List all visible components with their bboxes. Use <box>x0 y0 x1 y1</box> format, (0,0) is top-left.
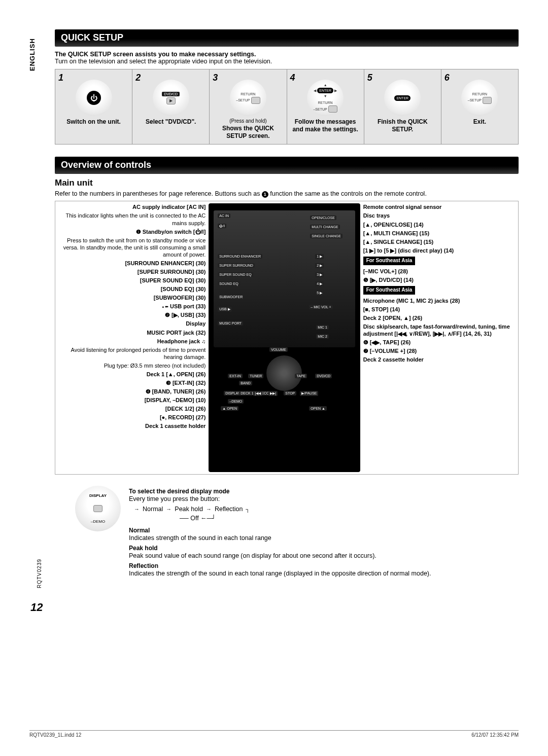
quick-setup-lead-bold: The QUICK SETUP screen assists you to ma… <box>55 51 519 58</box>
overview-desc: Refer to the numbers in parentheses for … <box>55 190 519 198</box>
mode-desc: Peak sound value of each sound range (on… <box>129 552 519 560</box>
unit-label: 3 ▶ <box>315 272 324 277</box>
callout-right: ❻ [◀▶, TAPE] (26) <box>363 339 516 346</box>
mode-name: Normal <box>129 527 519 534</box>
footer-right: 6/12/07 12:35:42 PM <box>471 732 519 738</box>
unit-label: SURROUND ENHANCER <box>218 254 262 259</box>
callout-left: Press to switch the unit from on to stan… <box>57 237 206 258</box>
unit-label: |◀◀ <box>253 391 262 396</box>
callout-left: Deck 1 cassette holder <box>57 422 206 429</box>
callout-left: Headphone jack ♫ <box>57 338 206 345</box>
unit-label: MULTI CHANGE <box>310 225 339 229</box>
unit-label: TUNER <box>248 374 263 378</box>
volume-knob-graphic <box>266 355 302 391</box>
display-mode-heading: To select the desired display mode <box>129 488 519 495</box>
callout-right: [▲, MULTI CHANGE] (15) <box>363 230 516 237</box>
unit-label: 1 ▶ <box>315 254 324 259</box>
callout-left: ❸ [EXT-IN] (32) <box>57 379 206 386</box>
callout-left: [SUPER SOUND EQ] (30) <box>57 277 206 284</box>
step-button-graphic: DVD/CD▶ <box>153 80 189 116</box>
callout-right: Disc trays <box>363 212 516 219</box>
callout-right: Disc skip/search, tape fast-forward/rewi… <box>363 323 516 337</box>
unit-label: ▶▶| <box>268 391 278 396</box>
mode-name: Peak hold <box>129 545 519 552</box>
unit-label: SINGLE CHANGE <box>310 234 342 238</box>
region-tag: For Southeast Asia <box>363 286 416 295</box>
step-button-graphic: ▲◀ENTER▶▼RETURN–SETUP <box>307 80 344 116</box>
callout-right: For Southeast Asia <box>363 256 516 266</box>
region-tag: For Southeast Asia <box>363 257 416 265</box>
quick-setup-step-3: 3RETURN–SETUP(Press and hold)Shows the Q… <box>210 69 287 144</box>
callout-right: [▲, SINGLE CHANGE] (15) <box>363 238 516 245</box>
mode-desc: Indicates the strength of the sound in e… <box>129 569 519 578</box>
step-button-graphic: ⏻ <box>76 80 112 116</box>
unit-label: 4 ▶ <box>315 281 324 286</box>
quick-setup-lead: Turn on the television and select the ap… <box>55 58 519 65</box>
callout-left: ❷ [▶, USB] (33) <box>57 311 206 318</box>
unit-label: MIC 2 <box>316 334 329 339</box>
unit-label: TAPE <box>295 374 307 378</box>
callout-left: Avoid listening for prolonged periods of… <box>57 346 206 361</box>
mode-desc: Indicates strength of the sound in each … <box>129 534 519 543</box>
unit-label: ▲ OPEN <box>221 406 238 411</box>
power-icon: ⏻ <box>87 91 101 105</box>
callout-right: Microphone (MIC 1, MIC 2) jacks (28) <box>363 297 516 304</box>
callout-left: [DISPLAY, –DEMO] (10) <box>57 397 206 404</box>
quick-setup-step-2: 2DVD/CD▶Select "DVD/CD". <box>132 69 210 144</box>
callout-right: [1 ▶] to [5 ▶] (disc direct play) (14) <box>363 247 516 254</box>
unit-label: SUPER SOUND EQ <box>218 272 253 277</box>
callout-left: Display <box>57 320 206 327</box>
step-button-graphic: RETURN–SETUP <box>230 80 266 116</box>
callout-left: [SUBWOOFER] (30) <box>57 294 206 301</box>
callout-left: [●, RECORD] (27) <box>57 414 206 421</box>
callout-right: ❼ [–VOLUME +] (28) <box>363 347 516 354</box>
unit-label: – MIC VOL + <box>309 305 332 309</box>
callout-left: AC supply indicator [AC IN] <box>57 203 206 210</box>
unit-label: OPEN ▲ <box>309 406 327 411</box>
circled-ref-icon: 1 <box>262 191 268 198</box>
section-title-quick-setup: QUICK SETUP <box>55 29 519 47</box>
unit-label: MUSIC PORT <box>218 321 243 326</box>
section-title-overview: Overview of controls <box>55 157 519 174</box>
callout-left: This indicator lights when the unit is c… <box>57 212 206 226</box>
callout-right: [■, STOP] (14) <box>363 306 516 313</box>
step-button-graphic: ENTER <box>384 80 421 116</box>
main-unit-diagram: AC supply indicator [AC IN]This indicato… <box>55 201 519 475</box>
unit-label: SOUND EQ <box>218 281 239 286</box>
callout-left: ⬩⬅ USB port (33) <box>57 303 206 310</box>
demo-btn-graphic <box>93 505 102 512</box>
callout-right: Deck 2 cassette holder <box>363 356 516 363</box>
unit-label: SUPER SURROUND <box>218 263 255 268</box>
callout-right: For Southeast Asia <box>363 285 516 296</box>
unit-label: ⏻/I <box>218 224 226 228</box>
unit-label: SUBWOOFER <box>218 295 244 299</box>
quick-setup-step-5: 5ENTERFinish the QUICK SETUP. <box>364 69 441 144</box>
quick-setup-step-6: 6RETURN–SETUPExit. <box>441 69 518 144</box>
unit-label: VOLUME <box>269 347 288 352</box>
callout-left: Plug type: Ø3.5 mm stereo (not included) <box>57 362 206 369</box>
doc-code-side: RQTV0239 <box>37 559 42 588</box>
unit-label: EXT-IN <box>228 374 243 378</box>
overview-sub: Main unit <box>55 178 519 188</box>
unit-label: 5 ▶ <box>315 291 324 296</box>
callout-left: MUSIC PORT jack (32) <box>57 329 206 336</box>
unit-label: BAND <box>239 381 252 385</box>
enter-button-icon: ENTER <box>317 88 333 93</box>
footer: RQTV0239_1L.indd 12 6/12/07 12:35:42 PM <box>29 730 519 738</box>
display-mode-section: DISPLAY –DEMO To select the desired disp… <box>55 486 519 580</box>
play-icon: ▶ <box>166 97 176 104</box>
overview-section: Overview of controls Main unit Refer to … <box>55 157 519 580</box>
callout-left: [DECK 1/2] (26) <box>57 405 206 412</box>
language-tab: ENGLISH <box>28 38 36 71</box>
quick-setup-section: QUICK SETUP The QUICK SETUP screen assis… <box>55 29 519 145</box>
left-callouts: AC supply indicator [AC IN]This indicato… <box>57 203 209 431</box>
callout-left: ❹ [BAND, TUNER] (26) <box>57 388 206 395</box>
unit-label: OPEN/CLOSE <box>310 215 336 220</box>
callout-left: [SOUND EQ] (30) <box>57 285 206 293</box>
quick-setup-steps: 1⏻Switch on the unit.2DVD/CD▶Select "DVD… <box>55 69 519 145</box>
callout-right: [–MIC VOL+] (28) <box>363 268 516 275</box>
display-demo-button-graphic: DISPLAY –DEMO <box>75 486 121 531</box>
callout-left: ❶ Standby/on switch [⏻/I] <box>57 228 206 235</box>
callout-right: Remote control signal sensor <box>363 203 516 210</box>
callout-right: [▲, OPEN/CLOSE] (14) <box>363 221 516 228</box>
